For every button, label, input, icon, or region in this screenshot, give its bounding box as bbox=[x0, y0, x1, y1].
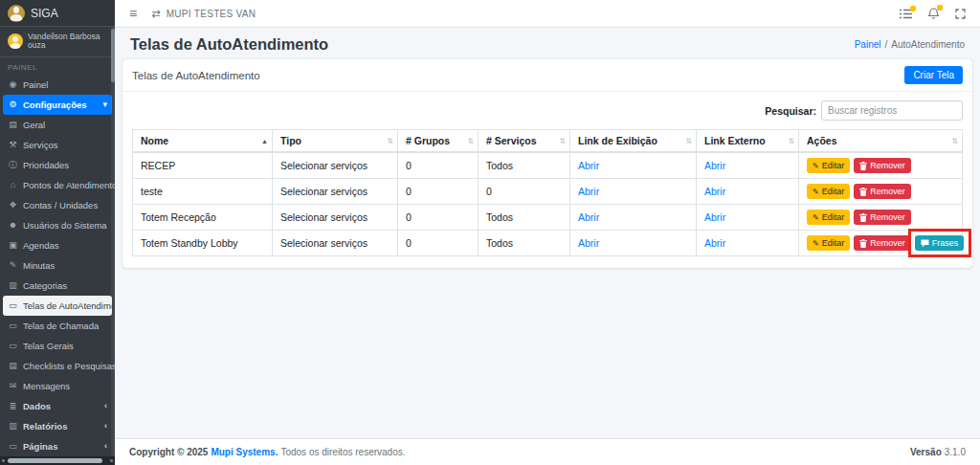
sidebar-item-label: Agendas bbox=[23, 240, 59, 251]
sidebar-item-geral[interactable]: ▤ Geral bbox=[3, 115, 112, 135]
sidebar-item-label: Relatórios bbox=[23, 421, 67, 432]
database-icon: ≣ bbox=[8, 401, 18, 410]
cell-servicos: Todos bbox=[479, 231, 570, 256]
link-externo-abrir[interactable]: Abrir bbox=[704, 160, 725, 171]
user-panel[interactable]: Vandeilson Barbosa ouza bbox=[0, 27, 115, 57]
swap-icon: ⇄ bbox=[151, 8, 161, 20]
hamburger-icon[interactable]: ≡ bbox=[129, 7, 137, 20]
notifications-bell-icon[interactable] bbox=[928, 8, 939, 19]
cell-nome: RECEP bbox=[133, 152, 273, 179]
app-title: SIGA bbox=[31, 7, 58, 20]
link-externo-abrir[interactable]: Abrir bbox=[704, 237, 725, 249]
book-icon: ▥ bbox=[8, 280, 18, 290]
sidebar-item-agendas[interactable]: ▣ Agendas bbox=[3, 235, 112, 255]
frases-button[interactable]: Frases bbox=[915, 235, 965, 251]
sidebar-item-relatorios[interactable]: ▥ Relatórios ‹ bbox=[3, 416, 112, 436]
sidebar-section-label: PAINEL bbox=[0, 57, 115, 74]
link-exibicao-abrir[interactable]: Abrir bbox=[578, 211, 599, 223]
cell-servicos: Todos bbox=[479, 152, 570, 179]
link-externo-abrir[interactable]: Abrir bbox=[704, 186, 725, 197]
users-icon: ☻ bbox=[8, 220, 18, 230]
link-exibicao-abrir[interactable]: Abrir bbox=[578, 186, 599, 197]
sidebar-item-label: Telas de Chamada bbox=[23, 321, 99, 331]
sidebar-horizontal-scrollbar-thumb[interactable] bbox=[8, 458, 102, 463]
search-row: Pesquisar: bbox=[132, 100, 963, 121]
criar-tela-button[interactable]: Criar Tela bbox=[904, 66, 963, 84]
entity-switcher[interactable]: ⇄ MUPI TESTES VAN bbox=[151, 8, 256, 20]
sidebar-item-pontos-de-atendimento[interactable]: ⌂ Pontos de Atendimento bbox=[3, 175, 112, 195]
sidebar-vertical-scrollbar[interactable] bbox=[111, 27, 115, 455]
remover-button[interactable]: Remover bbox=[854, 184, 911, 199]
footer: Copyright © 2025 Mupi Systems. Todos os … bbox=[115, 438, 980, 465]
link-exibicao-abrir[interactable]: Abrir bbox=[578, 160, 599, 171]
cell-link-externo: Abrir bbox=[697, 179, 799, 205]
editar-button[interactable]: ✎ Editar bbox=[807, 235, 850, 251]
link-exibicao-abrir[interactable]: Abrir bbox=[578, 237, 599, 249]
company-link[interactable]: Mupi Systems. bbox=[211, 447, 278, 457]
search-input[interactable] bbox=[821, 100, 963, 121]
remover-button[interactable]: Remover bbox=[854, 158, 911, 173]
sidebar-item-painel[interactable]: ◉ Painel bbox=[3, 75, 112, 95]
cell-link-exibicao: Abrir bbox=[570, 179, 697, 205]
sidebar-item-contas-unidades[interactable]: ❖ Contas / Unidades bbox=[3, 195, 112, 215]
sidebar-item-label: Usuários do Sistema bbox=[23, 220, 107, 231]
column-label: Link Externo bbox=[704, 135, 766, 146]
tasks-icon[interactable] bbox=[900, 9, 912, 19]
monitor-icon: ▭ bbox=[8, 300, 18, 310]
column-header-nome[interactable]: Nome ▲ bbox=[133, 130, 273, 153]
remover-button[interactable]: Remover bbox=[854, 210, 911, 225]
column-label: Tipo bbox=[280, 135, 301, 146]
cell-grupos: 0 bbox=[398, 231, 479, 256]
editar-button[interactable]: ✎ Editar bbox=[807, 158, 850, 173]
column-header-tipo[interactable]: Tipo ⇅ bbox=[273, 130, 398, 153]
app-brand[interactable]: SIGA bbox=[0, 0, 115, 27]
column-header-acoes[interactable]: Ações ⇅ bbox=[799, 130, 963, 153]
cell-grupos: 0 bbox=[398, 152, 479, 179]
sidebar-item-dados[interactable]: ≣ Dados ‹ bbox=[3, 396, 112, 416]
sidebar-item-telas-de-chamada[interactable]: ▭ Telas de Chamada bbox=[3, 316, 112, 336]
row-actions: ✎ Editar Remover Frases bbox=[807, 235, 954, 251]
page-title: Telas de AutoAtendimento bbox=[130, 35, 328, 54]
app-logo-icon bbox=[8, 5, 25, 22]
sort-icon: ⇅ bbox=[559, 137, 566, 145]
row-actions: ✎ Editar Remover bbox=[807, 210, 954, 225]
column-header-servicos[interactable]: # Serviços ⇅ bbox=[479, 130, 570, 153]
sidebar-item-prioridades[interactable]: ⓘ Prioridades bbox=[3, 155, 112, 175]
sidebar-item-paginas[interactable]: ▭ Páginas ‹ bbox=[3, 436, 112, 456]
cell-grupos: 0 bbox=[398, 179, 479, 205]
sidebar-item-telas-de-autoatendimento[interactable]: ▭ Telas de AutoAtendimento bbox=[3, 296, 112, 316]
topbar: ≡ ⇄ MUPI TESTES VAN bbox=[115, 0, 980, 28]
sidebar-item-label: Checklists e Pesquisas bbox=[23, 361, 115, 371]
column-header-link-de-exibicao[interactable]: Link de Exibição ⇅ bbox=[570, 130, 697, 153]
cell-tipo: Selecionar serviços bbox=[273, 205, 398, 231]
sidebar-item-configuracoes[interactable]: ⚙ Configurações ▾ bbox=[3, 95, 112, 115]
breadcrumb-link-painel[interactable]: Painel bbox=[855, 39, 881, 50]
column-header-grupos[interactable]: # Grupos ⇅ bbox=[398, 130, 479, 153]
sidebar-item-servicos[interactable]: ⚒ Serviços bbox=[3, 135, 112, 155]
sort-icon: ⇅ bbox=[788, 137, 794, 145]
sidebar-vertical-scrollbar-thumb[interactable] bbox=[111, 29, 115, 82]
fullscreen-expand-icon[interactable] bbox=[955, 9, 966, 19]
sidebar-item-checklists-e-pesquisas[interactable]: ▤ Checklists e Pesquisas bbox=[3, 356, 112, 376]
sidebar-item-usuarios-do-sistema[interactable]: ☻ Usuários do Sistema bbox=[3, 215, 112, 235]
card: Telas de AutoAtendimento Criar Tela Pesq… bbox=[122, 59, 972, 268]
sidebar-item-label: Geral bbox=[23, 120, 45, 130]
sidebar-item-mensagens[interactable]: ✉ Mensagens bbox=[3, 376, 112, 396]
link-externo-abrir[interactable]: Abrir bbox=[704, 211, 725, 223]
remover-button[interactable]: Remover bbox=[854, 235, 911, 251]
editar-button[interactable]: ✎ Editar bbox=[807, 210, 850, 225]
column-label: Nome bbox=[141, 135, 168, 146]
editar-button[interactable]: ✎ Editar bbox=[807, 184, 850, 199]
sidebar-item-categorias[interactable]: ▥ Categorias bbox=[3, 276, 112, 296]
sidebar-horizontal-scrollbar[interactable] bbox=[0, 456, 115, 465]
envelope-icon: ✉ bbox=[8, 381, 18, 390]
sidebar-item-minutas[interactable]: ✎ Minutas bbox=[3, 255, 112, 276]
table-header-row: Nome ▲ Tipo ⇅ # Grupos ⇅ # Serviços ⇅ Li… bbox=[133, 130, 963, 153]
sidebar-item-label: Telas de AutoAtendimento bbox=[23, 300, 115, 311]
sort-icon: ⇅ bbox=[467, 137, 474, 145]
printer-icon: ▤ bbox=[8, 120, 18, 129]
sort-icon: ⇅ bbox=[387, 137, 393, 145]
address-book-icon: ▣ bbox=[8, 240, 18, 250]
column-header-link-externo[interactable]: Link Externo ⇅ bbox=[697, 130, 799, 153]
sidebar-item-telas-gerais[interactable]: ▭ Telas Gerais bbox=[3, 336, 112, 356]
